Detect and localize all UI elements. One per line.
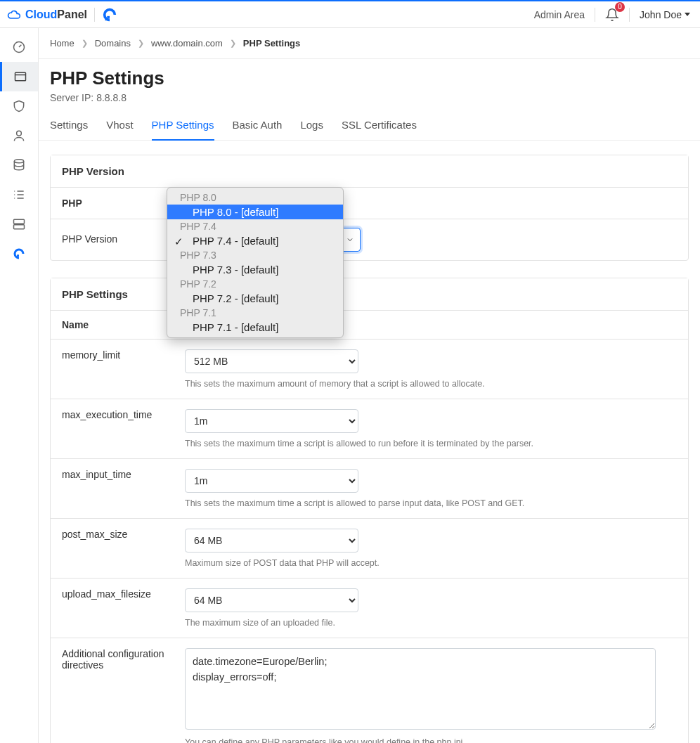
settings-row: max_input_time1mThis sets the maximum ti…	[51, 458, 688, 518]
dropdown-item[interactable]: ✓PHP 7.4 - [default]	[167, 233, 343, 248]
svg-rect-1	[105, 18, 108, 20]
php-version-card: PHP Version PHP PHP Version PHP	[50, 155, 689, 261]
svg-rect-8	[17, 254, 19, 257]
setting-select-memory_limit[interactable]: 512 MB	[185, 349, 358, 373]
sidebar-item-sites[interactable]	[0, 62, 38, 91]
user-menu[interactable]: John Doe	[640, 9, 690, 20]
dropdown-group-label: PHP 7.4	[167, 219, 343, 233]
sidebar-item-dashboard[interactable]	[0, 32, 38, 62]
divider	[94, 8, 95, 22]
setting-help: The maximum size of an uploaded file.	[185, 618, 677, 628]
tab-settings[interactable]: Settings	[50, 119, 88, 140]
notifications-button[interactable]: 0	[605, 8, 619, 22]
setting-name: memory_limit	[62, 349, 185, 389]
svg-point-5	[14, 160, 23, 163]
sidebar	[0, 28, 39, 743]
php-settings-card: PHP Settings Name Value memory_limit512 …	[50, 278, 689, 743]
dropdown-item[interactable]: PHP 7.2 - [default]	[167, 291, 343, 306]
sidebar-item-security[interactable]	[0, 91, 38, 121]
setting-name: max_execution_time	[62, 409, 185, 448]
sidebar-item-cron[interactable]	[0, 180, 38, 209]
php-version-row-label: PHP Version	[51, 219, 174, 260]
chevron-right-icon: ❯	[230, 39, 236, 48]
svg-rect-0	[107, 15, 110, 18]
settings-row: post_max_size64 MBMaximum size of POST d…	[51, 518, 688, 578]
chevron-right-icon: ❯	[138, 39, 144, 48]
setting-select-max_execution_time[interactable]: 1m	[185, 409, 358, 433]
check-icon: ✓	[174, 235, 183, 248]
main: Home ❯ Domains ❯ www.domain.com ❯ PHP Se…	[39, 28, 700, 743]
digitalocean-icon	[12, 247, 26, 261]
setting-select-upload_max_filesize[interactable]: 64 MB	[185, 588, 358, 612]
setting-help: You can define any PHP parameters like y…	[185, 737, 677, 743]
setting-name: Additional configuration directives	[62, 648, 185, 743]
dropdown-item[interactable]: PHP 8.0 - [default]	[167, 205, 343, 219]
sidebar-item-databases[interactable]	[0, 150, 38, 180]
logo-text-cloud: Cloud	[25, 8, 57, 20]
setting-help: This sets the maximum time a script is a…	[185, 498, 677, 508]
breadcrumb-item[interactable]: www.domain.com	[151, 38, 223, 49]
dropdown-item[interactable]: PHP 7.3 - [default]	[167, 262, 343, 277]
server-icon	[12, 217, 26, 231]
logo-text-panel: Panel	[57, 8, 87, 20]
setting-help: This sets the maximum amount of memory t…	[185, 379, 677, 389]
admin-area-link[interactable]: Admin Area	[534, 9, 585, 20]
additional-directives-textarea[interactable]	[185, 648, 656, 730]
setting-help: This sets the maximum time a script is a…	[185, 439, 677, 448]
caret-down-icon	[685, 13, 690, 16]
dropdown-group-label: PHP 7.1	[167, 306, 343, 320]
cloud-icon	[7, 8, 21, 22]
settings-row: upload_max_filesize64 MBThe maximum size…	[51, 578, 688, 638]
breadcrumb: Home ❯ Domains ❯ www.domain.com ❯ PHP Se…	[39, 28, 700, 59]
svg-rect-3	[15, 72, 25, 81]
svg-point-4	[17, 131, 22, 136]
card-header: PHP Version	[51, 155, 688, 188]
setting-select-max_input_time[interactable]: 1m	[185, 469, 358, 493]
sidebar-item-services[interactable]	[0, 239, 38, 269]
digitalocean-icon[interactable]	[102, 7, 117, 22]
card-header: PHP Settings	[51, 278, 688, 311]
tab-vhost[interactable]: Vhost	[106, 119, 133, 140]
divider	[629, 8, 630, 22]
svg-rect-7	[14, 225, 25, 229]
list-icon	[12, 188, 26, 202]
dropdown-group-label: PHP 7.3	[167, 248, 343, 262]
sidebar-item-server[interactable]	[0, 209, 38, 239]
tab-basic-auth[interactable]: Basic Auth	[233, 119, 283, 140]
settings-row: max_execution_time1mThis sets the maximu…	[51, 399, 688, 458]
breadcrumb-item-active: PHP Settings	[243, 38, 300, 49]
chevron-down-icon	[346, 235, 354, 244]
php-version-dropdown: PHP 8.0PHP 8.0 - [default]PHP 7.4✓PHP 7.…	[167, 187, 344, 338]
svg-rect-6	[14, 219, 25, 224]
notification-badge: 0	[615, 2, 625, 12]
setting-help: Maximum size of POST data that PHP will …	[185, 558, 677, 568]
breadcrumb-item[interactable]: Domains	[95, 38, 131, 49]
tab-ssl[interactable]: SSL Certificates	[342, 119, 417, 140]
tab-logs[interactable]: Logs	[300, 119, 323, 140]
dropdown-group-label: PHP 7.2	[167, 277, 343, 291]
user-name: John Doe	[640, 9, 682, 20]
shield-icon	[12, 99, 26, 113]
tabs: Settings Vhost PHP Settings Basic Auth L…	[39, 106, 700, 141]
setting-name: post_max_size	[62, 529, 185, 568]
divider	[595, 8, 595, 22]
page-title: PHP Settings	[50, 67, 689, 89]
user-icon	[12, 129, 26, 143]
logo[interactable]: CloudPanel	[7, 8, 87, 22]
chevron-right-icon: ❯	[82, 39, 88, 48]
setting-select-post_max_size[interactable]: 64 MB	[185, 529, 358, 553]
php-version-col-header: PHP	[51, 188, 174, 219]
tab-php-settings[interactable]: PHP Settings	[152, 119, 214, 141]
window-icon	[13, 70, 27, 84]
database-icon	[12, 158, 26, 172]
setting-name: upload_max_filesize	[62, 588, 185, 628]
gauge-icon	[12, 40, 26, 54]
sidebar-item-users[interactable]	[0, 121, 38, 150]
breadcrumb-item[interactable]: Home	[50, 38, 74, 49]
dropdown-item[interactable]: PHP 7.1 - [default]	[167, 320, 343, 335]
topbar: CloudPanel Admin Area 0 John Doe	[0, 0, 700, 28]
settings-row: memory_limit512 MBThis sets the maximum …	[51, 339, 688, 399]
dropdown-group-label: PHP 8.0	[167, 190, 343, 205]
server-ip: Server IP: 8.8.8.8	[50, 92, 689, 103]
setting-name: max_input_time	[62, 469, 185, 508]
